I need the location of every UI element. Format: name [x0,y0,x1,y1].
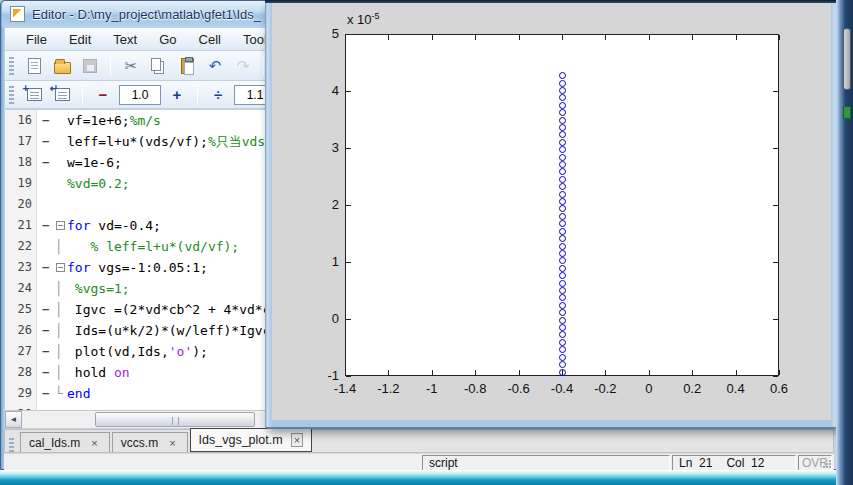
toolbar-separator [110,56,111,76]
x-tick-mark [605,370,606,375]
open-file-button[interactable] [50,54,74,78]
data-marker [559,131,566,138]
toolbar-grip[interactable] [9,86,14,104]
x-tick-label: -1.2 [366,381,410,396]
fold-column: │ [55,320,67,341]
y-tick-mark [773,34,778,35]
paste-button[interactable] [175,54,199,78]
taskbar-strip[interactable] [0,470,853,485]
y-tick-mark [346,148,351,149]
code-text: for vd=-0.4; [67,215,161,236]
new-file-button[interactable] [22,54,46,78]
x-tick-mark [736,35,737,40]
line-number: 20 [5,194,37,215]
data-marker [559,102,566,109]
code-text: Igvc =(2*vd*cb^2 + 4*vd*cb*c [67,299,294,320]
insert-cell-button[interactable] [22,83,46,107]
fold-column [55,152,67,173]
x-tick-label: 0 [627,381,671,396]
cut-icon: ✂ [125,58,138,73]
insert-cell-icon [27,88,42,101]
fold-column [55,131,67,152]
data-marker [559,280,566,287]
x-tick-mark [519,370,520,375]
executable-dash [37,173,55,194]
data-marker [559,235,566,242]
scrollbar-thumb[interactable] [95,412,255,427]
tab-label: vccs.m [121,436,158,450]
tab-close-icon[interactable]: × [88,436,100,450]
y-tick-mark [346,319,351,320]
data-marker [559,324,566,331]
line-number: 17 [5,131,37,152]
y-tick-mark [773,262,778,263]
data-marker [559,339,566,346]
x-tick-label: 0.2 [670,381,714,396]
x-tick-mark [475,370,476,375]
menu-go[interactable]: Go [148,29,187,50]
increment-value-button[interactable]: + [165,83,189,107]
line-number: 18 [5,152,37,173]
x-tick-mark [562,35,563,40]
y-tick-label: 0 [303,311,339,326]
code-text: Ids=(u*k/2)*(w/leff)*Igvc; [67,320,278,341]
decrement-value-button[interactable]: − [91,83,115,107]
divide-value-button[interactable]: ÷ [206,83,230,107]
code-text: plot(vd,Ids,'o'); [67,341,208,362]
data-marker [559,191,566,198]
menu-file[interactable]: File [15,29,58,50]
fold-minus-icon[interactable]: − [56,221,65,230]
data-marker [559,117,566,124]
background-scroll-marker [843,106,851,119]
fold-minus-icon[interactable]: − [56,263,65,272]
data-marker [559,94,566,101]
executable-dash: − [37,152,55,173]
toolbar-separator [263,56,264,76]
x-tick-mark [388,35,389,40]
code-text: %vd=0.2; [67,173,130,194]
x-tick-label: -1 [410,381,454,396]
value1-field[interactable] [119,85,161,105]
executable-dash: − [37,215,55,236]
copy-button[interactable] [147,54,171,78]
tab-vccs-m[interactable]: vccs.m× [112,432,188,452]
line-number: 28 [5,362,37,383]
y-tick-mark [773,91,778,92]
data-marker [559,220,566,227]
tabbar-grip[interactable] [9,438,14,452]
redo-button[interactable]: ↷ [231,54,255,78]
fold-column: └ [55,383,67,404]
x-tick-mark [779,370,780,375]
insert-cell-below-button[interactable] [50,83,74,107]
cut-button[interactable]: ✂ [119,54,143,78]
fold-column[interactable]: − [55,215,67,236]
save-button[interactable] [78,54,102,78]
x-tick-mark [388,370,389,375]
fold-column[interactable]: − [55,257,67,278]
tab-cal_ids-m[interactable]: cal_Ids.m× [20,432,110,452]
data-marker [559,228,566,235]
line-label: Ln 21 [679,456,712,470]
code-text: for vgs=-1:0.05:1; [67,257,208,278]
tab-ids_vgs_plot-m[interactable]: Ids_vgs_plot.m× [190,428,313,452]
scroll-left-button[interactable]: ◄ [5,411,22,428]
cursor-position-status: Ln 21 Col 12 [672,455,796,471]
figure-window[interactable]: x 10-5 -1.4-1.2-1-0.8-0.6-0.4-0.200.20.4… [265,0,838,429]
toolbar-grip[interactable] [9,57,14,75]
data-marker [559,331,566,338]
tab-close-icon[interactable]: × [166,436,178,450]
y-tick-mark [773,205,778,206]
menu-text[interactable]: Text [102,29,148,50]
undo-button[interactable]: ↶ [203,54,227,78]
resize-grip[interactable] [822,459,832,469]
y-tick-label: 5 [303,26,339,41]
fold-column: │ [55,362,67,383]
menu-cell[interactable]: Cell [188,29,232,50]
code-text: leff=l+u*(vds/vf);%只当vds是 [67,131,278,152]
background-scrollbar-thumb[interactable] [843,28,851,90]
tab-close-icon[interactable]: × [291,433,303,447]
menu-edit[interactable]: Edit [58,29,102,50]
line-number: 29 [5,383,37,404]
y-axis-exponent-label: x 10-5 [347,11,380,27]
y-tick-label: 3 [303,140,339,155]
